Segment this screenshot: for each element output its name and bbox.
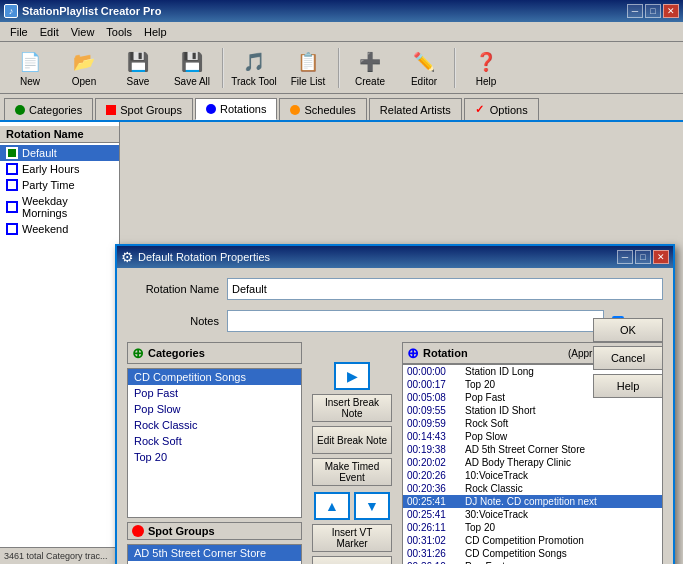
dialog-minimize-button[interactable]: ─ <box>617 250 633 264</box>
rot-item-3[interactable]: 00:09:55 Station ID Short <box>403 404 662 417</box>
cat-item-4[interactable]: Rock Soft <box>128 433 301 449</box>
create-label: Create <box>355 76 385 87</box>
open-button[interactable]: 📂 Open <box>58 45 110 91</box>
new-icon: 📄 <box>16 48 44 76</box>
move-up-button[interactable]: ▲ <box>314 492 350 520</box>
dialog-title-bar: ⚙ Default Rotation Properties ─ □ ✕ <box>117 246 673 268</box>
cat-item-1[interactable]: Pop Fast <box>128 385 301 401</box>
rot-item-8[interactable]: 00:20:26 10:VoiceTrack <box>403 469 662 482</box>
ok-button[interactable]: OK <box>593 318 663 342</box>
save-all-button[interactable]: 💾 Save All <box>166 45 218 91</box>
menu-view[interactable]: View <box>65 24 101 40</box>
sidebar-header: Rotation Name <box>0 126 119 143</box>
dialog-title-icon: ⚙ <box>121 249 134 265</box>
rot-item-10[interactable]: 00:25:41 DJ Note. CD competition next <box>403 495 662 508</box>
notes-input[interactable] <box>227 310 604 332</box>
menu-help[interactable]: Help <box>138 24 173 40</box>
file-list-icon: 📋 <box>294 48 322 76</box>
file-list-label: File List <box>291 76 325 87</box>
track-tool-label: Track Tool <box>231 76 277 87</box>
close-button[interactable]: ✕ <box>663 4 679 18</box>
sidebar-item-default[interactable]: Default <box>0 145 119 161</box>
rot-item-13[interactable]: 00:31:02 CD Competition Promotion <box>403 534 662 547</box>
move-down-button[interactable]: ▼ <box>354 492 390 520</box>
rot-item-6[interactable]: 00:19:38 AD 5th Street Corner Store <box>403 443 662 456</box>
help-dialog-button[interactable]: Help <box>593 374 663 398</box>
editor-icon: ✏️ <box>410 48 438 76</box>
sidebar-item-early-hours[interactable]: Early Hours <box>0 161 119 177</box>
sidebar-item-party-time[interactable]: Party Time <box>0 177 119 193</box>
rot-item-9[interactable]: 00:20:36 Rock Classic <box>403 482 662 495</box>
tab-categories-label: Categories <box>29 104 82 116</box>
rot-item-4[interactable]: 00:09:59 Rock Soft <box>403 417 662 430</box>
tab-schedules-label: Schedules <box>304 104 355 116</box>
rot-item-14[interactable]: 00:31:26 CD Competition Songs <box>403 547 662 560</box>
spot-groups-header: Spot Groups <box>127 522 302 540</box>
app-title: StationPlaylist Creator Pro <box>22 5 161 17</box>
tab-options[interactable]: ✓ Options <box>464 98 539 120</box>
sidebar-item-weekday-mornings[interactable]: Weekday Mornings <box>0 193 119 221</box>
new-button[interactable]: 📄 New <box>4 45 56 91</box>
rot-item-11[interactable]: 00:25:41 30:VoiceTrack <box>403 508 662 521</box>
tab-spot-groups[interactable]: Spot Groups <box>95 98 193 120</box>
sidebar: Rotation Name Default Early Hours Party … <box>0 122 120 564</box>
tab-related-artists[interactable]: Related Artists <box>369 98 462 120</box>
rot-item-15[interactable]: 00:36:10 Pop Fast <box>403 560 662 564</box>
help-button[interactable]: ❓ Help <box>460 45 512 91</box>
insert-break-note-button[interactable]: Insert Break Note <box>312 394 392 422</box>
dialog-action-buttons: OK Cancel Help <box>593 318 663 398</box>
cat-item-0[interactable]: CD Competition Songs <box>128 369 301 385</box>
rotation-header-icon: ⊕ <box>407 345 419 361</box>
sidebar-item-weekend[interactable]: Weekend <box>0 221 119 237</box>
edit-break-note-button[interactable]: Edit Break Note <box>312 426 392 454</box>
rot-item-7[interactable]: 00:20:02 AD Body Therapy Clinic <box>403 456 662 469</box>
create-button[interactable]: ➕ Create <box>344 45 396 91</box>
tab-rotations[interactable]: Rotations <box>195 98 277 120</box>
tab-options-label: Options <box>490 104 528 116</box>
sidebar-item-weekday-mornings-label: Weekday Mornings <box>22 195 113 219</box>
track-tool-button[interactable]: 🎵 Track Tool <box>228 45 280 91</box>
sidebar-item-weekend-label: Weekend <box>22 223 68 235</box>
categories-dot <box>15 105 25 115</box>
tab-categories[interactable]: Categories <box>4 98 93 120</box>
cat-item-5[interactable]: Top 20 <box>128 449 301 465</box>
save-label: Save <box>127 76 150 87</box>
spot-item-0[interactable]: AD 5th Street Corner Store <box>128 545 301 561</box>
add-to-rotation-button[interactable]: ▶ <box>334 362 370 390</box>
editor-button[interactable]: ✏️ Editor <box>398 45 450 91</box>
tab-schedules[interactable]: Schedules <box>279 98 366 120</box>
file-list-button[interactable]: 📋 File List <box>282 45 334 91</box>
make-timed-event-button[interactable]: Make Timed Event <box>312 458 392 486</box>
menu-edit[interactable]: Edit <box>34 24 65 40</box>
editor-label: Editor <box>411 76 437 87</box>
rotation-name-input[interactable] <box>227 278 663 300</box>
spot-groups-header-label: Spot Groups <box>148 525 215 537</box>
dialog-close-button[interactable]: ✕ <box>653 250 669 264</box>
dialog-maximize-button[interactable]: □ <box>635 250 651 264</box>
insert-vt-marker-button[interactable]: Insert VT Marker <box>312 524 392 552</box>
open-label: Open <box>72 76 96 87</box>
main-content: Rotation Name Default Early Hours Party … <box>0 122 683 564</box>
delete-button[interactable]: Delete <box>312 556 392 564</box>
maximize-button[interactable]: □ <box>645 4 661 18</box>
cancel-button[interactable]: Cancel <box>593 346 663 370</box>
menu-file[interactable]: File <box>4 24 34 40</box>
tab-related-label: Related Artists <box>380 104 451 116</box>
sidebar-item-early-hours-label: Early Hours <box>22 163 79 175</box>
spot-groups-dot <box>106 105 116 115</box>
minimize-button[interactable]: ─ <box>627 4 643 18</box>
title-bar: ♪ StationPlaylist Creator Pro ─ □ ✕ <box>0 0 683 22</box>
menu-tools[interactable]: Tools <box>100 24 138 40</box>
cat-item-3[interactable]: Rock Classic <box>128 417 301 433</box>
rot-item-12[interactable]: 00:26:11 Top 20 <box>403 521 662 534</box>
tab-bar: Categories Spot Groups Rotations Schedul… <box>0 94 683 122</box>
rot-item-5[interactable]: 00:14:43 Pop Slow <box>403 430 662 443</box>
track-tool-icon: 🎵 <box>240 48 268 76</box>
rotation-name-row: Rotation Name <box>127 278 663 300</box>
sidebar-item-party-time-label: Party Time <box>22 179 75 191</box>
spot-groups-list: AD 5th Street Corner Store AD Body Thera… <box>127 544 302 564</box>
cat-item-2[interactable]: Pop Slow <box>128 401 301 417</box>
save-button[interactable]: 💾 Save <box>112 45 164 91</box>
tab-spot-groups-label: Spot Groups <box>120 104 182 116</box>
weekend-rotation-icon <box>6 223 18 235</box>
